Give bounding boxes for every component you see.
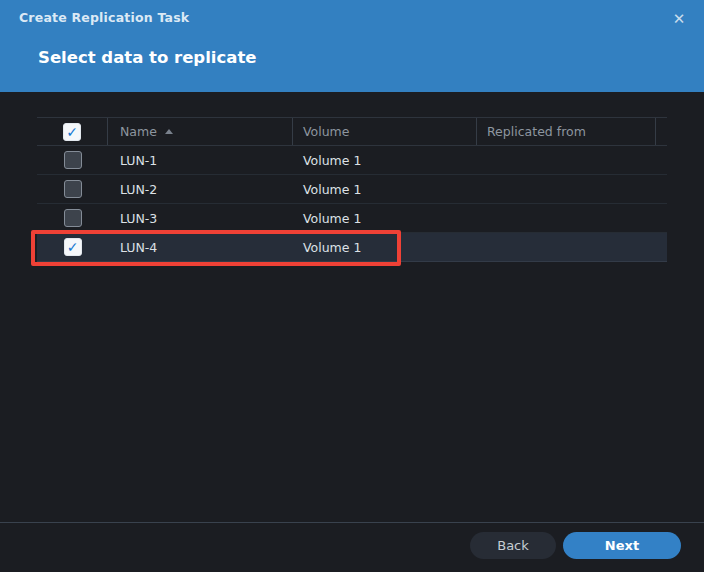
create-replication-task-dialog: Create Replication Task ✕ Select data to…	[0, 0, 704, 572]
select-all-cell: ✓	[37, 118, 108, 145]
row-checkbox-lun-1[interactable]	[64, 151, 82, 169]
back-button[interactable]: Back	[470, 532, 556, 559]
table-row-lun-1[interactable]: LUN-1 Volume 1	[37, 146, 667, 175]
cell-volume: Volume 1	[293, 182, 477, 197]
cell-name: LUN-1	[108, 153, 293, 168]
sort-ascending-icon	[165, 129, 173, 134]
next-button[interactable]: Next	[563, 532, 681, 559]
column-header-volume[interactable]: Volume	[293, 118, 477, 145]
table-row-lun-4[interactable]: ✓ LUN-4 Volume 1	[37, 233, 667, 262]
cell-name: LUN-2	[108, 182, 293, 197]
check-icon: ✓	[67, 240, 79, 254]
row-checkbox-lun-4[interactable]: ✓	[64, 238, 82, 256]
footer-divider	[0, 522, 704, 523]
table-row-lun-3[interactable]: LUN-3 Volume 1	[37, 204, 667, 233]
column-header-name[interactable]: Name	[108, 118, 293, 145]
column-header-filler	[656, 118, 667, 145]
select-all-checkbox[interactable]: ✓	[63, 123, 81, 141]
check-icon: ✓	[66, 125, 78, 139]
cell-volume: Volume 1	[293, 240, 477, 255]
lun-table: ✓ Name Volume Replicated from LUN-1 Volu…	[37, 117, 667, 262]
column-header-replicated-from[interactable]: Replicated from	[477, 118, 656, 145]
row-checkbox-lun-2[interactable]	[64, 180, 82, 198]
table-header-row: ✓ Name Volume Replicated from	[37, 117, 667, 146]
cell-name: LUN-3	[108, 211, 293, 226]
dialog-titlebar: Create Replication Task ✕ Select data to…	[0, 0, 704, 92]
wizard-step-title: Select data to replicate	[38, 48, 256, 67]
row-checkbox-lun-3[interactable]	[64, 209, 82, 227]
cell-name: LUN-4	[108, 240, 293, 255]
close-icon[interactable]: ✕	[667, 7, 691, 31]
cell-volume: Volume 1	[293, 153, 477, 168]
table-row-lun-2[interactable]: LUN-2 Volume 1	[37, 175, 667, 204]
cell-volume: Volume 1	[293, 211, 477, 226]
dialog-title: Create Replication Task	[19, 10, 189, 25]
